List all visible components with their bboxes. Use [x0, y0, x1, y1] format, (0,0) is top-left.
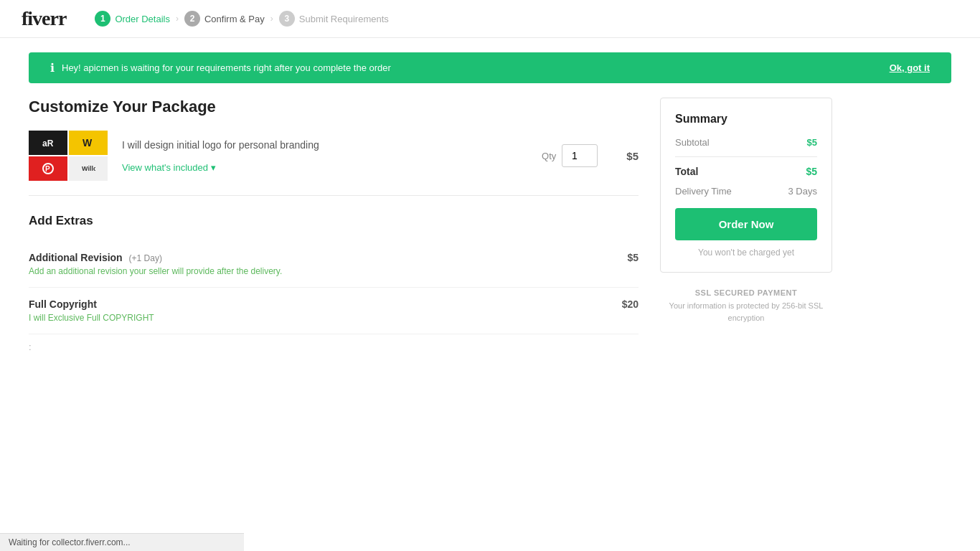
delivery-value: 3 Days	[788, 186, 817, 197]
step-3: 3 Submit Requirements	[279, 11, 389, 27]
qty-label: Qty	[542, 151, 556, 161]
summary-subtotal-row: Subtotal $5	[675, 137, 817, 148]
ssl-info: SSL SECURED PAYMENT Your information is …	[660, 287, 832, 325]
step-1-label: Order Details	[115, 14, 170, 24]
extra-name-container-1: Full Copyright I will Exclusive Full COP…	[29, 298, 154, 323]
qty-input[interactable]	[562, 144, 598, 167]
notification-banner: ℹ Hey! apicmen is waiting for your requi…	[29, 52, 951, 83]
page-header: fiverr 1 Order Details › 2 Confirm & Pay…	[0, 0, 980, 38]
step-arrow-2: ›	[270, 14, 273, 24]
info-icon: ℹ	[50, 61, 55, 75]
summary-total-label: Total	[675, 166, 698, 177]
not-charged-text: You won't be charged yet	[675, 248, 817, 258]
summary-total-value: $5	[806, 166, 817, 177]
step-1: 1 Order Details	[95, 11, 170, 27]
extra-name-1: Full Copyright	[29, 298, 97, 310]
summary-box: Summary Subtotal $5 Total $5 Delivery Ti…	[660, 98, 832, 273]
extra-item-0: Additional Revision (+1 Day) Add an addi…	[29, 241, 639, 288]
product-info: I will design initial logo for personal …	[122, 139, 527, 173]
extras-section: Add Extras Additional Revision (+1 Day) …	[29, 214, 639, 352]
extras-footer: :	[29, 334, 639, 352]
extra-row-0: Additional Revision (+1 Day) Add an addi…	[29, 252, 639, 276]
product-image: aR W P WillowSmith	[29, 131, 108, 181]
banner-text: Hey! apicmen is waiting for your require…	[62, 62, 391, 73]
view-included-text: View what's included	[122, 162, 208, 173]
view-included-link[interactable]: View what's included ▾	[122, 162, 216, 173]
logo-icon-1: aR	[41, 136, 55, 150]
sidebar: Summary Subtotal $5 Total $5 Delivery Ti…	[660, 98, 832, 352]
svg-text:aR: aR	[42, 138, 54, 149]
extra-name-0: Additional Revision	[29, 252, 123, 263]
summary-title: Summary	[675, 113, 817, 126]
svg-text:P: P	[45, 165, 50, 173]
logo-icon-4: WillowSmith	[81, 161, 95, 176]
extra-price-0: $5	[627, 252, 639, 263]
step-1-number: 1	[95, 11, 110, 27]
page-title: Customize Your Package	[29, 98, 639, 116]
step-arrow-1: ›	[176, 14, 179, 24]
ssl-description: Your information is protected by 256-bit…	[660, 300, 832, 325]
summary-divider	[675, 156, 817, 157]
img-cell-1: aR	[29, 131, 67, 155]
content-area: Customize Your Package aR W P	[29, 98, 639, 352]
product-title: I will design initial logo for personal …	[122, 139, 527, 151]
stepper: 1 Order Details › 2 Confirm & Pay › 3 Su…	[95, 11, 388, 27]
extra-badge-0: (+1 Day)	[129, 253, 162, 263]
extra-price-1: $20	[622, 298, 639, 310]
summary-subtotal-label: Subtotal	[675, 137, 710, 148]
logo-icon-2: W	[81, 136, 95, 150]
img-cell-3: P	[29, 156, 67, 181]
product-price: $5	[626, 150, 639, 162]
extra-row-1: Full Copyright I will Exclusive Full COP…	[29, 298, 639, 323]
extra-name-container-0: Additional Revision (+1 Day) Add an addi…	[29, 252, 282, 276]
fiverr-logo: fiverr	[22, 7, 66, 30]
img-cell-4: WillowSmith	[69, 156, 108, 181]
banner-ok-link[interactable]: Ok, got it	[890, 62, 930, 73]
chevron-down-icon: ▾	[211, 162, 216, 173]
step-2: 2 Confirm & Pay	[184, 11, 265, 27]
step-2-number: 2	[184, 11, 200, 27]
svg-text:W: W	[83, 137, 93, 149]
logo-icon-3: P	[41, 161, 55, 176]
delivery-label: Delivery Time	[675, 186, 732, 197]
order-now-button[interactable]: Order Now	[675, 208, 817, 240]
summary-subtotal-value: $5	[807, 137, 817, 148]
step-3-label: Submit Requirements	[299, 14, 389, 24]
ssl-title: SSL SECURED PAYMENT	[660, 287, 832, 300]
extra-desc-0: Add an additional revision your seller w…	[29, 266, 282, 276]
summary-delivery-row: Delivery Time 3 Days	[675, 186, 817, 197]
summary-total-row: Total $5	[675, 166, 817, 177]
img-cell-2: W	[69, 131, 108, 155]
svg-text:WillowSmith: WillowSmith	[82, 165, 95, 172]
main-content: Customize Your Package aR W P	[0, 98, 861, 381]
step-3-number: 3	[279, 11, 295, 27]
step-2-label: Confirm & Pay	[204, 14, 265, 24]
extra-desc-1: I will Exclusive Full COPYRIGHT	[29, 313, 154, 323]
product-row: aR W P WillowSmith	[29, 131, 639, 196]
qty-container: Qty	[542, 144, 598, 167]
extras-title: Add Extras	[29, 214, 639, 228]
extra-item-1: Full Copyright I will Exclusive Full COP…	[29, 288, 639, 334]
